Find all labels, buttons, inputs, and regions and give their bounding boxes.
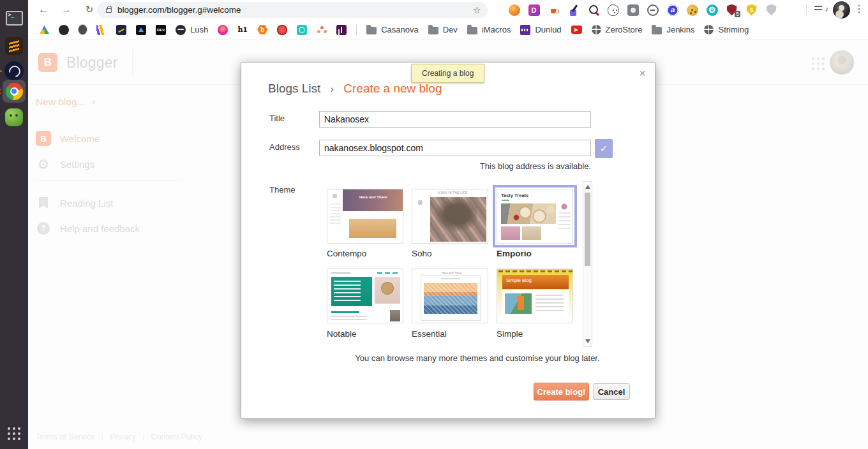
teal-gear-extension-icon[interactable] (706, 4, 718, 16)
scrollbar-thumb[interactable] (585, 193, 590, 266)
theme-thumbnail-contempo[interactable]: Here and There (327, 189, 403, 244)
theme-name-contempo: Contempo (327, 249, 407, 258)
doodle-face-extension-icon[interactable] (607, 4, 619, 16)
bookmarks-items: DEVLushh1bCasanovaDeviMacrosDunludZeroSt… (40, 25, 758, 35)
breadcrumb-separator: › (331, 84, 334, 94)
terminal-app-icon[interactable] (4, 8, 24, 28)
theme-thumbnail-notable[interactable] (327, 269, 403, 323)
close-icon[interactable]: × (639, 66, 646, 80)
bookmark-casanova[interactable]: Casanova (366, 25, 419, 34)
bookmark-label: Dunlud (535, 25, 561, 34)
bookmark-dunlud[interactable]: Dunlud (520, 25, 561, 35)
bookmark-teal-tile[interactable] (297, 25, 307, 35)
bookmark-purple-tile[interactable] (336, 25, 347, 35)
bookmark-slashes[interactable] (96, 25, 107, 35)
bookmark-bug[interactable] (79, 25, 87, 34)
bookmark-striming[interactable]: Striming (704, 25, 749, 34)
bookmark-red-circle[interactable] (277, 25, 287, 35)
chrome-icon (6, 83, 23, 100)
color-picker-extension-icon[interactable] (567, 4, 580, 16)
bookmark-blue-triangle-tile[interactable] (136, 25, 146, 35)
cookie-extension-icon[interactable] (686, 4, 698, 16)
folder-icon (366, 27, 377, 34)
url-text[interactable]: blogger.com/blogger.g#welcome (117, 5, 473, 15)
theme-name-essential: Essential (412, 329, 492, 339)
scroll-up-arrow-icon[interactable] (585, 185, 590, 189)
camera-extension-icon[interactable] (627, 4, 639, 16)
bookmark-pink-circle[interactable] (218, 25, 228, 35)
media-app-icon[interactable] (4, 61, 24, 81)
globe-icon (592, 25, 601, 34)
folder-icon (652, 27, 662, 34)
bookmark-chart-tile[interactable] (116, 25, 126, 35)
folder-icon (467, 27, 477, 34)
address-bar[interactable]: blogger.com/blogger.g#welcome ☆ (97, 2, 488, 18)
bookmark-zerostore[interactable]: ZeroStore (592, 25, 643, 34)
browser-profile-avatar[interactable] (833, 1, 850, 18)
app-grid-icon (8, 427, 20, 440)
chrome-app-icon[interactable] (3, 80, 26, 103)
app-drawer-button[interactable] (4, 423, 24, 444)
bookmark-jenkins[interactable]: Jenkins (652, 25, 694, 34)
bookmark-tri-dots[interactable] (317, 25, 327, 35)
bookmark-youtube[interactable] (571, 26, 582, 34)
browser-menu-icon[interactable]: ⋮ (854, 3, 864, 15)
java-cup-extension-icon[interactable] (548, 4, 560, 16)
bookmark-lush[interactable]: Lush (176, 25, 208, 35)
theme-thumbnail-simple[interactable]: Simple Blog (497, 269, 573, 323)
bookmark-imacros[interactable]: iMacros (467, 25, 511, 34)
theme-preview-title: A DAY IN THE LIFE (438, 191, 467, 195)
bookmark-h1-mark[interactable]: h1 (237, 25, 248, 35)
bookmark-label: Casanova (381, 25, 419, 34)
folder-icon (428, 27, 438, 34)
lock-icon (106, 8, 112, 13)
orange-ball-extension-icon[interactable] (508, 4, 520, 16)
sublime-text-app-icon[interactable] (4, 36, 24, 56)
green-bot-app-icon[interactable] (4, 107, 24, 128)
theme-preview-title: Here and There (442, 272, 461, 275)
daily-dev-extension-icon[interactable]: D (528, 4, 540, 16)
theme-scrollbar[interactable] (583, 181, 592, 347)
theme-thumbnail-essential[interactable]: Here and There (412, 269, 488, 323)
theme-name-simple: Simple (497, 329, 577, 339)
back-button[interactable]: ← (36, 2, 51, 17)
theme-preview-title: Here and There (359, 195, 387, 199)
media-queue-icon[interactable]: ♪ (814, 4, 828, 16)
scroll-down-arrow-icon[interactable] (585, 339, 590, 343)
purple-tile-icon (336, 25, 347, 35)
yellow-shield-extension-icon[interactable]: S (745, 4, 758, 16)
terminal-icon (6, 11, 23, 26)
magnifier-dark-extension-icon[interactable] (587, 4, 599, 16)
create-blog-button[interactable]: Create blog! (534, 383, 589, 401)
bookmark-dev-badge[interactable]: DEV (156, 25, 166, 35)
dark-circle-icon (4, 61, 24, 80)
theme-thumbnail-emporio[interactable]: Tasty Treats (497, 189, 573, 244)
youtube-icon (571, 26, 582, 34)
theme-thumbnail-soho[interactable]: A DAY IN THE LIFE (412, 189, 488, 244)
gray-shield-extension-icon[interactable] (765, 4, 777, 16)
bookmarks-bar: DEVLushh1bCasanovaDeviMacrosDunludZeroSt… (28, 20, 868, 40)
chart-tile-icon (116, 25, 126, 35)
themes-hint: You can browse many more themes and cust… (337, 353, 618, 363)
bookmark-star-icon[interactable]: ☆ (473, 4, 481, 16)
bookmark-github[interactable] (59, 25, 69, 35)
red-circle-icon (277, 25, 287, 35)
bookmark-label: Lush (190, 25, 208, 34)
forward-button[interactable]: → (59, 2, 74, 17)
bookmark-label: Striming (718, 25, 749, 34)
bookmark-label: Jenkins (666, 25, 694, 34)
red-shield-extension-icon[interactable]: 5 (726, 4, 738, 16)
bookmark-dev[interactable]: Dev (428, 25, 458, 34)
cancel-button[interactable]: Cancel (593, 383, 630, 400)
bookmark-b-hexagon[interactable]: b (257, 25, 267, 35)
bookmark-drive-triangle[interactable] (40, 26, 49, 34)
reload-button[interactable]: ↻ (82, 2, 97, 17)
address-input[interactable] (319, 140, 591, 156)
dev-badge-icon: DEV (156, 25, 166, 35)
a-circle-extension-icon[interactable]: a (666, 4, 678, 16)
breadcrumb-blogs-list[interactable]: Blogs List (268, 82, 320, 95)
timer-circle-extension-icon[interactable] (647, 4, 659, 16)
title-input[interactable] (319, 111, 591, 128)
blue-triangle-tile-icon (136, 25, 146, 35)
theme-picker: Here and ThereContempoA DAY IN THE LIFES… (319, 181, 592, 347)
